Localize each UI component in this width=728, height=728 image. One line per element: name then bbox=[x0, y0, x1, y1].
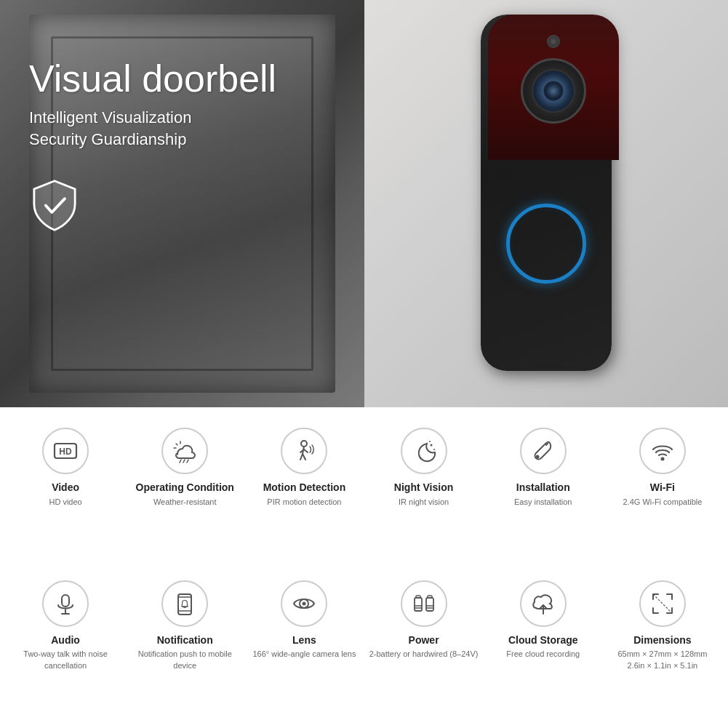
wifi-icon bbox=[649, 438, 676, 464]
svg-line-2 bbox=[180, 460, 181, 463]
svg-point-8 bbox=[301, 441, 307, 447]
operating-desc: Weather-resistant bbox=[153, 497, 217, 508]
svg-rect-20 bbox=[62, 595, 69, 607]
svg-line-11 bbox=[303, 454, 305, 460]
doorbell-top-section bbox=[488, 15, 619, 160]
feature-audio: Audio Two-way talk with noise cancellati… bbox=[7, 575, 124, 721]
svg-rect-34 bbox=[428, 596, 432, 598]
left-panel: Visual doorbell Intelligent Visualizatio… bbox=[0, 0, 364, 407]
audio-icon-circle bbox=[42, 580, 89, 627]
cloud-title: Cloud Storage bbox=[508, 634, 578, 647]
night-icon bbox=[411, 438, 437, 464]
svg-point-28 bbox=[303, 601, 306, 605]
dimensions-icon bbox=[649, 591, 676, 617]
svg-line-4 bbox=[187, 460, 188, 463]
mic-icon bbox=[52, 591, 79, 617]
hd-icon: HD bbox=[52, 438, 79, 464]
feature-installation: Installation Easy installation bbox=[485, 422, 601, 569]
weather-icon bbox=[172, 438, 198, 464]
motion-icon-circle bbox=[281, 428, 327, 474]
subtitle2: Security Guardianship bbox=[29, 130, 276, 149]
camera-lens-inner bbox=[532, 69, 575, 113]
notification-title: Notification bbox=[157, 634, 213, 647]
battery-icon bbox=[411, 591, 437, 617]
night-desc: IR night vision bbox=[399, 497, 449, 508]
lens-desc: 166° wide-angle camera lens bbox=[252, 649, 356, 660]
features-section: HD Video HD video bbox=[0, 407, 728, 728]
feature-motion: Motion Detection PIR motion detection bbox=[246, 422, 362, 569]
power-desc: 2-battery or hardwired (8–24V) bbox=[369, 649, 479, 660]
notification-icon-circle bbox=[161, 580, 208, 627]
features-grid: HD Video HD video bbox=[7, 422, 721, 721]
lens-icon bbox=[291, 591, 317, 617]
wifi-desc: 2.4G Wi-Fi compatible bbox=[623, 497, 703, 508]
svg-text:HD: HD bbox=[59, 447, 72, 457]
installation-icon-circle bbox=[520, 428, 567, 474]
shield-icon bbox=[29, 178, 80, 233]
dimensions-desc: 65mm × 27mm × 128mm 2.6in × 1.1in × 5.1i… bbox=[617, 649, 707, 671]
svg-line-5 bbox=[176, 444, 177, 445]
ir-sensor bbox=[547, 35, 560, 48]
dimensions-title: Dimensions bbox=[633, 634, 691, 647]
svg-rect-33 bbox=[426, 598, 433, 611]
video-icon-circle: HD bbox=[42, 428, 89, 474]
hero-text: Visual doorbell Intelligent Visualizatio… bbox=[29, 58, 276, 236]
cloud-desc: Free cloud recording bbox=[506, 649, 580, 660]
wifi-title: Wi-Fi bbox=[650, 481, 675, 494]
cloud-upload-icon bbox=[530, 591, 556, 617]
video-title: Video bbox=[52, 481, 79, 494]
svg-point-14 bbox=[430, 444, 432, 447]
installation-desc: Easy installation bbox=[514, 497, 572, 508]
lens-icon-circle bbox=[281, 580, 327, 627]
camera-lens-core bbox=[543, 81, 564, 101]
camera-lens-outer bbox=[521, 58, 586, 124]
feature-night: Night Vision IR night vision bbox=[366, 422, 482, 569]
audio-title: Audio bbox=[51, 634, 80, 647]
doorbell-button[interactable] bbox=[506, 204, 586, 284]
svg-line-18 bbox=[546, 444, 548, 445]
svg-line-38 bbox=[653, 594, 672, 613]
audio-desc: Two-way talk with noise cancellation bbox=[10, 649, 121, 671]
main-title: Visual doorbell bbox=[29, 58, 276, 100]
notification-icon bbox=[172, 591, 198, 617]
svg-line-3 bbox=[183, 460, 185, 463]
motion-desc: PIR motion detection bbox=[267, 497, 341, 508]
motion-icon bbox=[291, 438, 317, 464]
subtitle1: Intelligent Visualization bbox=[29, 108, 276, 127]
feature-wifi: Wi-Fi 2.4G Wi-Fi compatible bbox=[604, 422, 721, 569]
svg-point-16 bbox=[429, 441, 431, 442]
power-title: Power bbox=[409, 634, 439, 647]
power-icon-circle bbox=[401, 580, 447, 627]
feature-video: HD Video HD video bbox=[7, 422, 124, 569]
feature-dimensions: Dimensions 65mm × 27mm × 128mm 2.6in × 1… bbox=[604, 575, 721, 721]
feature-operating: Operating Condition Weather-resistant bbox=[127, 422, 243, 569]
video-desc: HD video bbox=[49, 497, 81, 508]
lens-title: Lens bbox=[292, 634, 316, 647]
dimensions-icon-circle bbox=[639, 580, 686, 627]
wrench-icon bbox=[530, 438, 556, 464]
installation-title: Installation bbox=[516, 481, 570, 494]
svg-rect-29 bbox=[415, 598, 422, 611]
night-title: Night Vision bbox=[394, 481, 453, 494]
svg-point-17 bbox=[535, 455, 539, 459]
cloud-icon-circle bbox=[520, 580, 567, 627]
doorbell-body bbox=[481, 15, 612, 371]
doorbell-device bbox=[473, 15, 619, 393]
feature-lens: Lens 166° wide-angle camera lens bbox=[246, 575, 362, 721]
motion-title: Motion Detection bbox=[263, 481, 346, 494]
wifi-icon-circle bbox=[639, 428, 686, 474]
svg-rect-30 bbox=[416, 596, 420, 598]
notification-desc: Notification push to mobile device bbox=[129, 649, 240, 671]
operating-icon-circle bbox=[161, 428, 208, 474]
feature-notification: Notification Notification push to mobile… bbox=[127, 575, 243, 721]
right-panel bbox=[364, 0, 729, 407]
feature-power: Power 2-battery or hardwired (8–24V) bbox=[366, 575, 482, 721]
operating-title: Operating Condition bbox=[136, 481, 234, 494]
night-icon-circle bbox=[401, 428, 447, 474]
feature-cloud: Cloud Storage Free cloud recording bbox=[485, 575, 601, 721]
svg-point-19 bbox=[660, 457, 664, 461]
svg-line-13 bbox=[304, 449, 308, 452]
hero-section: Visual doorbell Intelligent Visualizatio… bbox=[0, 0, 728, 407]
svg-point-15 bbox=[433, 449, 435, 450]
